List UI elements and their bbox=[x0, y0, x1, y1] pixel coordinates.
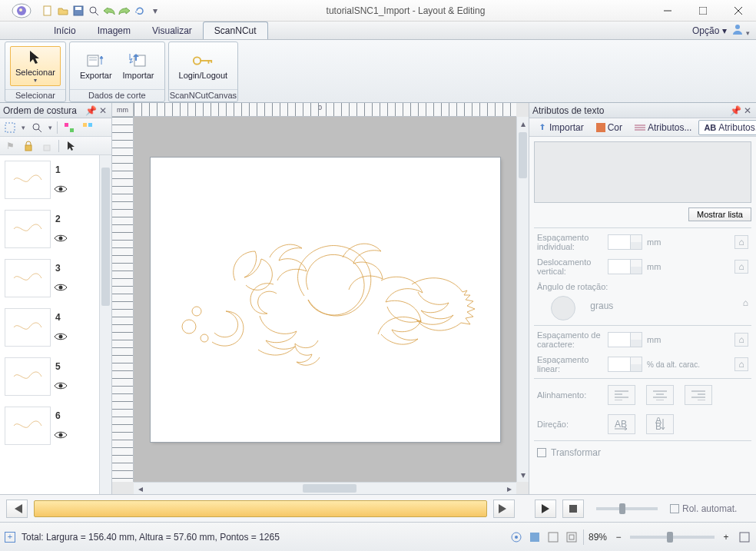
maximize-button[interactable] bbox=[685, 0, 721, 22]
pin-icon[interactable]: 📌 bbox=[85, 105, 96, 116]
list-item[interactable]: 6 bbox=[0, 401, 111, 450]
list-item[interactable]: 5 bbox=[0, 352, 111, 401]
reset-icon[interactable]: ⌂ bbox=[734, 357, 748, 371]
svg-rect-21 bbox=[5, 123, 15, 132]
stop-button[interactable] bbox=[562, 500, 584, 518]
zoom-in-icon[interactable]: + bbox=[719, 530, 733, 544]
tab-cor[interactable]: Cor bbox=[591, 120, 628, 135]
login-logout-button[interactable]: Login/Logout bbox=[174, 49, 234, 82]
tab-atributos-costura[interactable]: Atributos... bbox=[629, 120, 697, 135]
zoom-out-icon[interactable]: − bbox=[612, 530, 625, 544]
selecionar-button[interactable]: Selecionar ▾ bbox=[10, 46, 61, 86]
tab-inicio[interactable]: Início bbox=[43, 22, 87, 39]
unlock-icon[interactable] bbox=[40, 139, 54, 153]
scroll-right-icon[interactable]: ▸ bbox=[504, 483, 515, 494]
flag-icon[interactable]: ⚑ bbox=[3, 139, 17, 153]
option-menu[interactable]: Opção ▾ bbox=[692, 25, 727, 36]
align-right-button[interactable] bbox=[685, 385, 712, 405]
reset-icon[interactable]: ⌂ bbox=[734, 260, 748, 274]
list-item[interactable]: 4 bbox=[0, 303, 111, 352]
group2-icon[interactable] bbox=[81, 121, 94, 134]
visibility-icon[interactable] bbox=[54, 184, 68, 195]
visibility-icon[interactable] bbox=[54, 430, 68, 441]
add-page-icon[interactable]: + bbox=[5, 532, 15, 543]
reset-icon[interactable]: ⌂ bbox=[743, 297, 748, 308]
minimize-button[interactable] bbox=[650, 0, 685, 22]
vertical-offset-input[interactable] bbox=[608, 259, 642, 274]
reset-icon[interactable]: ⌂ bbox=[734, 333, 748, 347]
tab-importar[interactable]: Importar bbox=[532, 120, 589, 135]
thumbnail bbox=[5, 210, 51, 248]
transform-checkbox[interactable] bbox=[537, 448, 546, 457]
show-list-button[interactable]: Mostrar lista bbox=[688, 207, 751, 221]
tab-visualizar[interactable]: Visualizar bbox=[141, 22, 203, 39]
rotation-dial[interactable] bbox=[551, 296, 575, 320]
new-icon[interactable] bbox=[41, 5, 54, 17]
svg-rect-20 bbox=[211, 60, 213, 63]
redo-icon[interactable] bbox=[118, 5, 131, 17]
view-outline-icon[interactable] bbox=[565, 530, 579, 544]
list-item[interactable]: 3 bbox=[0, 254, 111, 303]
undo-icon[interactable] bbox=[103, 5, 115, 17]
close-button[interactable] bbox=[721, 0, 756, 22]
field-vertical-offset: Deslocamento vertical: mm ⌂ bbox=[529, 254, 756, 279]
svg-point-2 bbox=[19, 8, 22, 12]
fit-page-icon[interactable] bbox=[738, 530, 751, 544]
save-icon[interactable] bbox=[72, 5, 85, 17]
svg-point-22 bbox=[33, 124, 39, 130]
canvas-scrollbar-horizontal[interactable]: ◂ ▸ bbox=[134, 482, 516, 494]
tab-scanncut[interactable]: ScanNCut bbox=[203, 22, 268, 39]
direction-horizontal-button[interactable]: AB bbox=[608, 414, 635, 434]
importar-button[interactable]: Importar bbox=[118, 49, 160, 82]
reset-icon[interactable]: ⌂ bbox=[734, 235, 748, 249]
tab-imagem[interactable]: Imagem bbox=[87, 22, 141, 39]
tab-atributos-texto[interactable]: ABAtributos... bbox=[698, 120, 756, 135]
skip-end-button[interactable] bbox=[493, 500, 515, 518]
skip-start-button[interactable] bbox=[6, 500, 28, 518]
user-icon[interactable]: ▾ bbox=[731, 23, 750, 38]
visibility-icon[interactable] bbox=[54, 234, 68, 244]
speed-slider[interactable] bbox=[596, 507, 658, 510]
direction-vertical-button[interactable]: AB bbox=[646, 414, 674, 434]
auto-scroll-checkbox[interactable]: Rol. automat. bbox=[670, 503, 737, 514]
visibility-icon[interactable] bbox=[54, 283, 68, 294]
exportar-button[interactable]: Exportar bbox=[75, 49, 118, 82]
lock-icon[interactable] bbox=[22, 139, 35, 153]
close-icon[interactable]: ✕ bbox=[742, 105, 753, 116]
ruler-horizontal: 0 bbox=[134, 103, 516, 117]
qat-dropdown-icon[interactable]: ▾ bbox=[149, 5, 161, 17]
group1-icon[interactable] bbox=[62, 121, 76, 134]
select-tool-icon[interactable] bbox=[3, 121, 17, 134]
canvas-scrollbar-vertical[interactable]: ▴ ▾ bbox=[516, 117, 529, 482]
svg-point-36 bbox=[192, 307, 201, 316]
list-item[interactable]: 2 bbox=[0, 204, 111, 254]
zoom-icon[interactable] bbox=[88, 5, 100, 17]
zoom-slider[interactable] bbox=[630, 536, 715, 539]
canvas-viewport[interactable] bbox=[134, 117, 516, 482]
scroll-down-icon[interactable]: ▾ bbox=[518, 470, 529, 480]
svg-point-32 bbox=[59, 286, 63, 290]
zoom-tool-icon[interactable] bbox=[30, 121, 44, 134]
visibility-icon[interactable] bbox=[54, 381, 68, 392]
playback-track[interactable] bbox=[34, 500, 487, 517]
visibility-icon[interactable] bbox=[54, 332, 68, 343]
char-spacing-input[interactable] bbox=[608, 332, 642, 347]
individual-spacing-input[interactable] bbox=[608, 234, 642, 250]
target-icon[interactable] bbox=[509, 530, 523, 544]
scroll-up-icon[interactable]: ▴ bbox=[518, 118, 529, 129]
scroll-left-icon[interactable]: ◂ bbox=[135, 483, 146, 494]
panel-scrollbar[interactable] bbox=[99, 155, 111, 494]
align-center-button[interactable] bbox=[646, 385, 674, 405]
play-button[interactable] bbox=[535, 500, 556, 518]
pin-icon[interactable]: 📌 bbox=[730, 105, 741, 116]
view-realistic-icon[interactable] bbox=[528, 530, 542, 544]
refresh-icon[interactable] bbox=[134, 5, 146, 17]
align-left-button[interactable] bbox=[608, 385, 635, 405]
view-stitch-icon[interactable] bbox=[546, 530, 560, 544]
list-item[interactable]: 1 bbox=[0, 155, 111, 204]
open-icon[interactable] bbox=[57, 5, 69, 17]
linear-spacing-input[interactable] bbox=[608, 357, 642, 372]
pointer-icon[interactable] bbox=[64, 139, 78, 153]
close-icon[interactable]: ✕ bbox=[98, 105, 108, 116]
ribbon-group-selecionar: Selecionar ▾ Selecionar bbox=[5, 41, 66, 102]
